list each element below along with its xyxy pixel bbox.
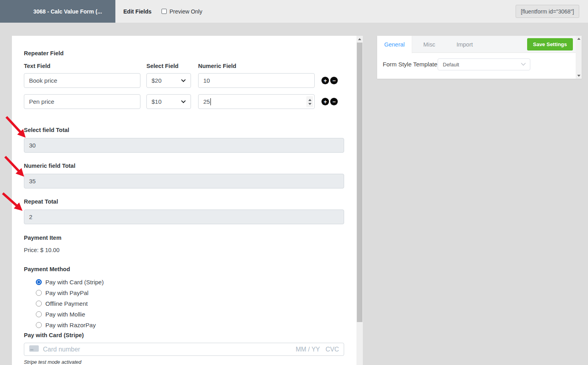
row2-select-value: $10 — [152, 98, 162, 105]
arrow-up-icon — [358, 38, 361, 40]
row1-select[interactable]: $20 — [146, 73, 191, 88]
row1-add-button[interactable]: + — [321, 77, 329, 84]
minus-icon: − — [332, 99, 335, 105]
top-bar: 3068 - Calc Value Form (... Edit Fields … — [0, 0, 588, 23]
repeat-total-input[interactable] — [24, 210, 344, 224]
radio-unselected-icon[interactable] — [36, 322, 42, 328]
preview-only-label: Preview Only — [169, 8, 202, 15]
main-scrollbar[interactable] — [356, 36, 363, 365]
payment-option-paypal[interactable]: Pay with PayPal — [36, 289, 88, 297]
row2-text-input[interactable] — [24, 94, 140, 109]
minus-icon: − — [332, 78, 335, 83]
plus-icon: + — [323, 78, 327, 83]
payment-option-label: Pay with RazorPay — [45, 322, 96, 328]
stripe-section-heading: Pay with Card (Stripe) — [24, 332, 84, 338]
payment-option-razorpay[interactable]: Pay with RazorPay — [36, 321, 96, 329]
tab-import[interactable]: Import — [446, 36, 483, 53]
text-caret — [210, 98, 211, 105]
numeric-field-total-input[interactable] — [24, 174, 344, 188]
repeater-field-label: Repeater Field — [24, 50, 64, 56]
payment-option-label: Offline Payment — [45, 300, 88, 307]
preview-only-checkbox[interactable] — [162, 9, 167, 14]
row1-text-input[interactable] — [24, 73, 140, 88]
row2-numeric-input[interactable]: 25 — [198, 94, 315, 109]
payment-option-offline[interactable]: Offline Payment — [36, 299, 88, 307]
scrollbar-thumb[interactable] — [357, 43, 362, 322]
row2-remove-button[interactable]: − — [330, 98, 338, 105]
chevron-down-icon — [181, 79, 186, 82]
payment-item-label: Payment Item — [24, 235, 61, 241]
select-field-total-input[interactable] — [24, 138, 344, 153]
card-cvc-placeholder: CVC — [325, 346, 339, 353]
panel-scrollbar[interactable] — [576, 36, 582, 79]
row1-select-value: $20 — [152, 77, 162, 84]
radio-unselected-icon[interactable] — [36, 290, 42, 296]
scrollbar-down-button[interactable] — [576, 75, 582, 77]
card-number-placeholder: Card number — [43, 346, 292, 353]
shortcode-box: [fluentform id="3068"] — [516, 5, 579, 18]
radio-unselected-icon[interactable] — [36, 311, 42, 317]
card-number-input[interactable]: Card number MM / YY CVC — [24, 343, 344, 356]
form-style-template-label: Form Style Template — [383, 61, 437, 68]
payment-option-stripe[interactable]: Pay with Card (Stripe) — [36, 278, 104, 286]
radio-unselected-icon[interactable] — [36, 301, 42, 307]
column-text-field-label: Text Field — [24, 63, 51, 69]
select-field-total-label: Select field Total — [24, 127, 69, 133]
fluent-forms-editor-page: { "header": { "title": "3068 - Calc Valu… — [0, 0, 588, 365]
stripe-test-mode-note: Stripe test mode activated — [24, 359, 82, 365]
payment-item-price: Price: $ 10.00 — [24, 247, 59, 253]
row2-select[interactable]: $10 — [146, 94, 191, 109]
preview-only-control: Preview Only — [162, 0, 202, 23]
payment-option-label: Pay with Card (Stripe) — [45, 279, 104, 285]
plus-icon: + — [323, 99, 327, 105]
form-style-template-value: Default — [443, 62, 459, 68]
column-numeric-field-label: Numeric Field — [198, 63, 236, 69]
spinner-down-icon[interactable] — [308, 103, 312, 105]
radio-selected-icon[interactable] — [36, 279, 42, 285]
tab-misc[interactable]: Misc — [412, 36, 446, 53]
row1-remove-button[interactable]: − — [330, 77, 338, 84]
form-style-template-select[interactable]: Default — [438, 58, 530, 70]
arrow-up-icon — [577, 38, 580, 40]
settings-panel: General Misc Import Save Settings Form S… — [377, 36, 582, 79]
column-select-field-label: Select Field — [146, 63, 179, 69]
form-preview-card: Repeater Field Text Field Select Field N… — [12, 36, 356, 365]
payment-option-label: Pay with Mollie — [45, 311, 85, 318]
save-settings-button[interactable]: Save Settings — [527, 38, 573, 50]
spinner-up-icon[interactable] — [308, 99, 312, 101]
card-expiry-placeholder: MM / YY — [296, 346, 320, 353]
scrollbar-up-button[interactable] — [576, 38, 582, 40]
row1-numeric-input[interactable] — [198, 73, 315, 88]
edit-fields-tab[interactable]: Edit Fields — [123, 0, 152, 23]
arrow-down-icon — [577, 75, 580, 77]
numeric-field-total-label: Numeric field Total — [24, 163, 75, 169]
payment-option-mollie[interactable]: Pay with Mollie — [36, 310, 85, 318]
chevron-down-icon — [521, 63, 526, 66]
payment-option-label: Pay with PayPal — [45, 289, 88, 296]
tab-general[interactable]: General — [377, 36, 412, 53]
credit-card-icon — [29, 345, 39, 353]
payment-method-label: Payment Method — [24, 266, 70, 272]
repeat-total-label: Repeat Total — [24, 198, 58, 205]
chevron-down-icon — [181, 100, 186, 103]
number-spinner[interactable] — [306, 96, 313, 107]
scrollbar-up-button[interactable] — [356, 36, 363, 43]
form-title: 3068 - Calc Value Form (... — [0, 0, 115, 23]
row2-add-button[interactable]: + — [321, 98, 329, 105]
row2-numeric-value: 25 — [203, 98, 210, 105]
